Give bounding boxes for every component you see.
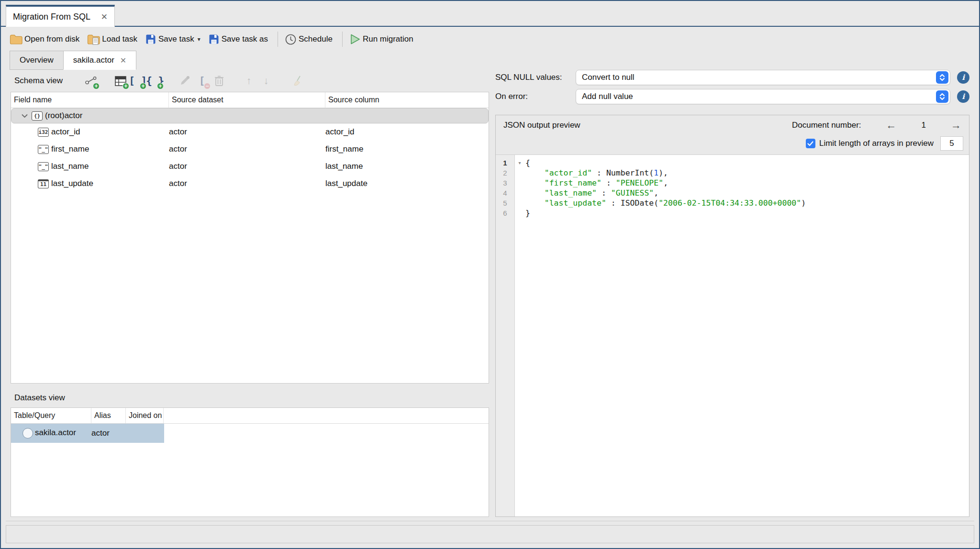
schema-row-actor_id[interactable]: i32actor_idactoractor_id	[11, 123, 489, 141]
source-dataset-cell: actor	[169, 162, 325, 171]
json-code: { "actor_id" : NumberInt(1), "first_name…	[524, 155, 969, 516]
next-document-arrow-icon[interactable]: →	[951, 119, 961, 132]
code-token	[525, 168, 545, 177]
source-column-cell: actor_id	[325, 127, 489, 137]
select-stepper-icon	[936, 71, 948, 84]
schema-row-first_name[interactable]: "_"first_nameactorfirst_name	[11, 141, 489, 158]
code-token: "actor_id"	[545, 168, 592, 177]
code-token: ,	[654, 188, 658, 198]
sub-tab-label: Overview	[20, 55, 54, 65]
open-from-disk-button[interactable]: Open from disk	[10, 34, 79, 44]
fold-marker-icon[interactable]: ▾	[515, 158, 524, 168]
tab-sakila-actor[interactable]: sakila.actor✕	[63, 51, 136, 70]
code-token: 1	[654, 168, 658, 177]
string-type-icon: "_"	[38, 162, 49, 171]
app-window: Migration From SQL ✕ Open from diskLoad …	[0, 0, 980, 549]
add-object-icon[interactable]: { }+	[148, 74, 162, 88]
field-name-label: actor_id	[51, 127, 80, 137]
info-icon[interactable]: i	[957, 71, 969, 84]
sql-null-values-label: SQL NULL values:	[495, 73, 576, 82]
schema-row-root[interactable]: {}(root)actor	[11, 108, 489, 123]
toolbar-button-label: Load task	[102, 34, 137, 44]
source-dataset-cell: actor	[169, 179, 325, 188]
add-array-icon[interactable]: [ ]+	[131, 74, 145, 88]
limit-arrays-checkbox[interactable]	[806, 139, 815, 148]
close-icon[interactable]: ✕	[101, 12, 108, 22]
schema-row-last_update[interactable]: 11last_updateactorlast_update	[11, 175, 489, 192]
folder-open-icon	[10, 34, 22, 44]
sql-null-values-select[interactable]: Convert to null	[576, 70, 950, 85]
column-header[interactable]: Table/Query	[11, 408, 91, 423]
line-number: 5	[496, 198, 514, 208]
limit-arrays-label: Limit length of arrays in preview	[819, 139, 934, 148]
column-header-filler	[164, 408, 489, 423]
code-token: }	[525, 209, 530, 218]
schema-row-last_name[interactable]: "_"last_nameactorlast_name	[11, 158, 489, 175]
code-token	[525, 198, 545, 208]
run-migration-button[interactable]: Run migration	[349, 33, 413, 45]
load-task-button[interactable]: Load task	[87, 34, 137, 45]
on-error-value: Add null value	[582, 92, 633, 101]
schema-view-title: Schema view	[14, 76, 63, 86]
tab-migration-from-sql[interactable]: Migration From SQL ✕	[6, 5, 115, 27]
source-dataset-cell: actor	[65, 111, 83, 121]
edit-field-icon	[178, 74, 192, 88]
fold-marker	[515, 208, 524, 218]
main-toolbar: Open from diskLoad taskSave task▾Save ta…	[1, 28, 979, 51]
add-table-icon[interactable]: +	[113, 74, 128, 88]
output-panel: SQL NULL values: Convert to null i On er…	[495, 70, 969, 517]
code-token: "GUINESS"	[611, 188, 654, 198]
field-name-label: (root)	[45, 111, 65, 121]
dataset-row[interactable]: sakila.actoractor	[11, 424, 489, 443]
on-error-row: On error: Add null value i	[495, 89, 969, 104]
json-preview-header: JSON output preview Document number: ← 1…	[496, 115, 969, 135]
task-content: Overviewsakila.actor✕ Schema view ++[ ]+…	[6, 51, 974, 521]
save-task-button[interactable]: Save task▾	[145, 33, 200, 45]
on-error-select[interactable]: Add null value	[576, 89, 950, 104]
code-fold-column[interactable]: ▾	[515, 155, 524, 516]
code-token: "last_update"	[545, 198, 606, 208]
column-header[interactable]: Field name	[11, 92, 169, 108]
close-icon[interactable]: ✕	[120, 56, 126, 65]
add-field-icon[interactable]: +	[84, 74, 98, 88]
field-name-cell: 11last_update	[11, 175, 169, 192]
column-header[interactable]: Joined on	[126, 408, 164, 423]
schedule-button[interactable]: Schedule	[285, 33, 333, 45]
sql-null-values-value: Convert to null	[582, 73, 635, 82]
code-token	[525, 188, 545, 198]
schema-view-toolbar: Schema view ++[ ]+{ }+[−↑↓	[11, 70, 489, 92]
select-stepper-icon	[936, 90, 948, 103]
code-line: "last_update" : ISODate("2006-02-15T04:3…	[525, 198, 969, 208]
chevron-down-icon[interactable]	[17, 114, 32, 118]
previous-document-arrow-icon[interactable]: ←	[886, 119, 897, 132]
source-dataset-cell: actor	[169, 144, 325, 154]
toolbar-button-label: Run migration	[363, 34, 413, 44]
column-header[interactable]: Alias	[91, 408, 126, 423]
document-number-value: 1	[922, 121, 926, 130]
column-header[interactable]: Source dataset	[169, 92, 325, 108]
object-type-icon: {}	[32, 111, 43, 121]
table-query-label: sakila.actor	[35, 428, 76, 437]
info-icon[interactable]: i	[957, 90, 969, 103]
code-token: "first_name"	[545, 178, 601, 187]
floppy-icon	[208, 33, 220, 45]
code-line: "actor_id" : NumberInt(1),	[525, 168, 969, 178]
code-token: ),	[658, 168, 668, 177]
remove-from-array-icon: [−	[195, 74, 209, 88]
dataset-circle-icon	[22, 428, 33, 439]
alias-cell: actor	[91, 428, 126, 438]
limit-arrays-input[interactable]: 5	[940, 136, 963, 151]
floppy-icon	[145, 33, 156, 45]
tab-overview[interactable]: Overview	[10, 51, 63, 70]
toolbar-button-label: Open from disk	[24, 34, 79, 44]
column-header[interactable]: Source column	[325, 92, 489, 108]
field-name-cell: i32actor_id	[11, 123, 169, 141]
source-column-cell: last_name	[325, 162, 489, 171]
save-task-as-button[interactable]: Save task as	[208, 33, 268, 45]
toolbar-separator	[342, 32, 343, 47]
json-preview-editor[interactable]: 123456 ▾ { "actor_id" : NumberInt(1), "f…	[496, 154, 969, 516]
line-number: 3	[496, 178, 514, 188]
code-token: : NumberInt(	[592, 168, 654, 177]
field-name-cell: "_"last_name	[11, 158, 169, 175]
folder-task-icon	[87, 34, 100, 45]
